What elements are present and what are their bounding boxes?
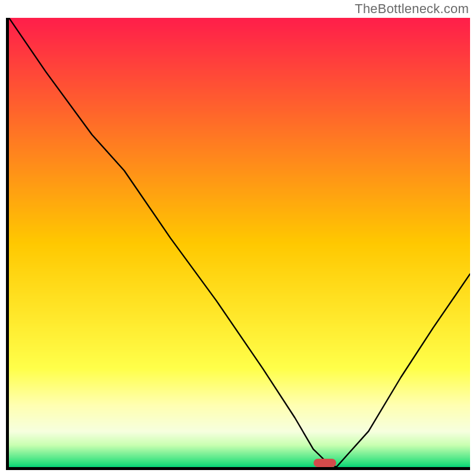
bottleneck-curve <box>9 18 470 467</box>
plot-area <box>9 18 470 467</box>
watermark: TheBottleneck.com <box>355 1 469 17</box>
plot-frame <box>6 18 470 470</box>
curve-layer <box>9 18 470 467</box>
optimal-marker <box>314 459 337 467</box>
